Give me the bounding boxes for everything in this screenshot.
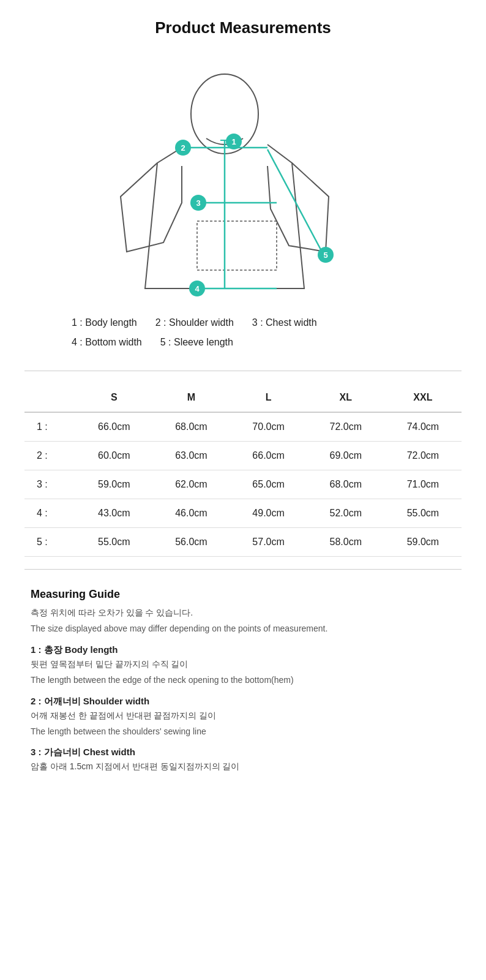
row-label: 1 : (24, 412, 75, 442)
cell-value: 72.0cm (307, 412, 384, 442)
guide-intro-korean: 측정 위치에 따라 오차가 있을 수 있습니다. (31, 606, 455, 619)
cell-value: 55.0cm (384, 499, 462, 528)
cell-value: 59.0cm (75, 470, 152, 499)
guide-intro-english: The size displayed above may differ depe… (31, 622, 455, 635)
page-container: Product Measurements (0, 0, 486, 807)
svg-text:1: 1 (231, 137, 236, 146)
col-header-s: S (75, 383, 152, 412)
divider-2 (24, 569, 462, 570)
cell-value: 65.0cm (230, 470, 307, 499)
cell-value: 60.0cm (75, 442, 152, 470)
table-header-row: S M L XL XXL (24, 383, 462, 412)
cell-value: 72.0cm (384, 442, 462, 470)
cell-value: 56.0cm (152, 528, 230, 557)
table-row: 2 :60.0cm63.0cm66.0cm69.0cm72.0cm (24, 442, 462, 470)
cell-value: 58.0cm (307, 528, 384, 557)
svg-text:5: 5 (323, 251, 327, 260)
col-header-m: M (152, 383, 230, 412)
guide-subheading: 3 : 가슴너비 Chest width (31, 747, 455, 758)
col-header-xxl: XXL (384, 383, 462, 412)
diagram-legend: 1 : Body length 2 : Shoulder width 3 : C… (59, 307, 427, 358)
cell-value: 43.0cm (75, 499, 152, 528)
guide-desc-english: The length between the shoulders' sewing… (31, 725, 455, 738)
page-title: Product Measurements (24, 18, 462, 37)
cell-value: 66.0cm (230, 442, 307, 470)
cell-value: 68.0cm (307, 470, 384, 499)
cell-value: 46.0cm (152, 499, 230, 528)
table-row: 5 :55.0cm56.0cm57.0cm58.0cm59.0cm (24, 528, 462, 557)
row-label: 4 : (24, 499, 75, 528)
guide-desc-korean: 암홀 아래 1.5cm 지점에서 반대편 동일지점까지의 길이 (31, 760, 455, 773)
guide-desc-english: The length between the edge of the neck … (31, 673, 455, 687)
cell-value: 74.0cm (384, 412, 462, 442)
divider-1 (24, 371, 462, 371)
svg-text:3: 3 (196, 198, 200, 208)
guide-subheading: 1 : 총장 Body length (31, 644, 455, 656)
diagram-svg: 1 2 3 4 5 (102, 50, 384, 307)
cell-value: 55.0cm (75, 528, 152, 557)
measurements-table: S M L XL XXL 1 :66.0cm68.0cm70.0cm72.0cm… (24, 383, 462, 557)
row-label: 5 : (24, 528, 75, 557)
guide-section: Measuring Guide 측정 위치에 따라 오차가 있을 수 있습니다.… (24, 582, 462, 788)
legend-item-4: 4 : Bottom width (72, 333, 142, 352)
legend-item-3: 3 : Chest width (252, 313, 317, 333)
svg-text:2: 2 (181, 143, 185, 153)
diagram-container: 1 2 3 4 5 1 : Body length 2 : Shoulder w… (24, 50, 462, 364)
cell-value: 68.0cm (152, 412, 230, 442)
cell-value: 69.0cm (307, 442, 384, 470)
cell-value: 59.0cm (384, 528, 462, 557)
cell-value: 71.0cm (384, 470, 462, 499)
table-row: 1 :66.0cm68.0cm70.0cm72.0cm74.0cm (24, 412, 462, 442)
table-row: 4 :43.0cm46.0cm49.0cm52.0cm55.0cm (24, 499, 462, 528)
row-label: 2 : (24, 442, 75, 470)
cell-value: 66.0cm (75, 412, 152, 442)
legend-item-1: 1 : Body length (72, 313, 137, 333)
cell-value: 63.0cm (152, 442, 230, 470)
svg-text:4: 4 (195, 284, 200, 293)
guide-title: Measuring Guide (31, 588, 455, 601)
cell-value: 62.0cm (152, 470, 230, 499)
cell-value: 52.0cm (307, 499, 384, 528)
guide-desc-korean: 뒷편 옆목점부터 밑단 끝까지의 수직 길이 (31, 657, 455, 671)
col-header-l: L (230, 383, 307, 412)
row-label: 3 : (24, 470, 75, 499)
cell-value: 57.0cm (230, 528, 307, 557)
col-header-empty (24, 383, 75, 412)
table-row: 3 :59.0cm62.0cm65.0cm68.0cm71.0cm (24, 470, 462, 499)
guide-subheading: 2 : 어깨너비 Shoulder width (31, 696, 455, 707)
svg-rect-2 (197, 221, 277, 270)
cell-value: 70.0cm (230, 412, 307, 442)
guide-desc-korean: 어깨 재봉선 한 끝점에서 반대편 끝점까지의 길이 (31, 709, 455, 722)
col-header-xl: XL (307, 383, 384, 412)
legend-item-2: 2 : Shoulder width (155, 313, 234, 333)
legend-item-5: 5 : Sleeve length (160, 333, 233, 352)
cell-value: 49.0cm (230, 499, 307, 528)
